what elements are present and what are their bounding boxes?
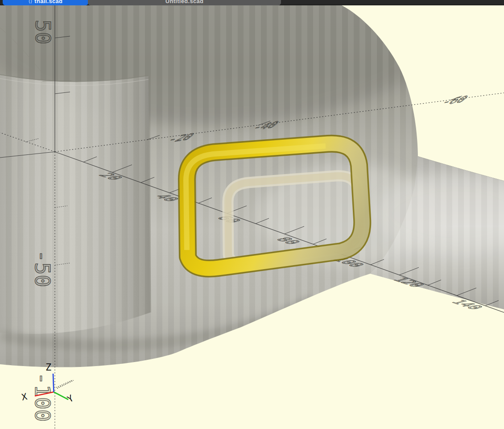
tab-label: thali.scad	[34, 0, 62, 4]
code-icon: ⟨⟩	[29, 0, 33, 4]
tab-untitled-scad[interactable]: Untitled.scad	[88, 0, 281, 5]
tab-bar: ⟨⟩ thali.scad Untitled.scad	[0, 0, 504, 5]
gizmo-z-label: Z	[45, 362, 51, 373]
gizmo-z-axis	[53, 374, 54, 392]
z-axis-label: -50	[30, 250, 54, 287]
render-canvas: 50 -50 -100 20 40 60 80 100 120 140 -20 …	[0, 5, 504, 429]
tab-thali-scad[interactable]: ⟨⟩ thali.scad	[3, 0, 88, 5]
z-axis-label: 50	[31, 20, 55, 44]
openscad-window: { "tab_bar": { "icon_glyph": "⟨⟩", "tabs…	[0, 0, 504, 429]
3d-viewport[interactable]: 50 -50 -100 20 40 60 80 100 120 140 -20 …	[0, 5, 504, 429]
tab-label: Untitled.scad	[165, 0, 204, 4]
z-axis-label: -100	[30, 372, 54, 422]
